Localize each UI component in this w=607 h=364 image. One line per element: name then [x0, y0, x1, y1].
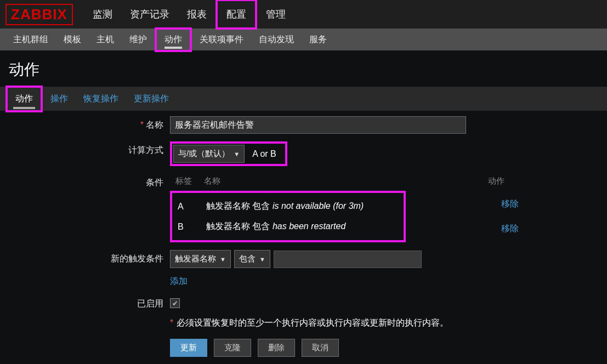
page-title: 动作 — [0, 50, 607, 87]
condition-remove-link[interactable]: 移除 — [501, 223, 519, 235]
cond-header-tag: 标签 — [170, 176, 204, 186]
tab-action[interactable]: 动作 — [5, 86, 43, 112]
condition-row: B 触发器名称 包含 has been restarted — [172, 217, 404, 237]
tab-operations[interactable]: 操作 — [43, 88, 76, 110]
condition-name: 触发器名称 包含 has been restarted — [206, 221, 345, 232]
subnav-correlation[interactable]: 关联项事件 — [192, 30, 251, 50]
button-row: 更新 克隆 删除 取消 — [0, 339, 607, 357]
condition-tag: B — [172, 222, 206, 232]
required-note: *必须设置恢复时的至少一个执行内容或执行内容或更新时的执行内容。 — [0, 317, 607, 329]
calc-select[interactable]: 与/或（默认）▼ — [173, 145, 245, 163]
update-button[interactable]: 更新 — [170, 339, 207, 357]
tabbar: 动作 操作 恢复操作 更新操作 — [0, 87, 607, 111]
chevron-down-icon: ▼ — [220, 256, 226, 263]
add-condition-link[interactable]: 添加 — [170, 276, 422, 287]
newcond-type-select[interactable]: 触发器名称▼ — [170, 250, 231, 268]
topnav-config[interactable]: 配置 — [215, 0, 257, 30]
newcond-op-select[interactable]: 包含▼ — [234, 250, 270, 268]
required-mark: * — [170, 318, 173, 327]
conditions-table: 标签 名称 动作 A 触发器名称 包含 is not available (fo… — [170, 174, 521, 242]
enabled-label: 已启用 — [0, 295, 170, 310]
calc-group: 与/或（默认）▼ A or B — [170, 141, 287, 166]
conditions-body: A 触发器名称 包含 is not available (for 3m) B 触… — [170, 191, 406, 242]
subnav: 主机群组 模板 主机 维护 动作 关联项事件 自动发现 服务 — [0, 29, 607, 50]
cond-header-action: 动作 — [488, 176, 521, 186]
chevron-down-icon: ▼ — [259, 256, 265, 263]
newcond-label: 新的触发条件 — [0, 250, 170, 265]
name-input[interactable] — [170, 116, 466, 134]
cond-header-name: 名称 — [204, 176, 488, 186]
delete-button[interactable]: 删除 — [258, 339, 295, 357]
topnav-inventory[interactable]: 资产记录 — [121, 1, 178, 27]
clone-button[interactable]: 克隆 — [214, 339, 251, 357]
topnav-reports[interactable]: 报表 — [178, 1, 215, 27]
check-icon: ✔ — [172, 299, 178, 308]
logo: ZABBIX — [5, 4, 73, 25]
form-area: *名称 计算方式 与/或（默认）▼ A or B 条件 标签 名称 动作 — [0, 111, 607, 357]
newcond-group: 触发器名称▼ 包含▼ 添加 — [170, 250, 422, 287]
topnav-admin[interactable]: 管理 — [257, 1, 294, 27]
required-mark: * — [140, 120, 144, 129]
cancel-button[interactable]: 取消 — [302, 339, 339, 357]
subnav-maintenance[interactable]: 维护 — [122, 30, 155, 50]
subnav-actions[interactable]: 动作 — [155, 27, 192, 52]
topnav: 监测 资产记录 报表 配置 管理 — [84, 0, 294, 30]
condition-remove-link[interactable]: 移除 — [501, 198, 519, 210]
subnav-templates[interactable]: 模板 — [56, 30, 89, 50]
conditions-label: 条件 — [0, 174, 170, 189]
condition-name: 触发器名称 包含 is not available (for 3m) — [206, 201, 364, 212]
topnav-monitor[interactable]: 监测 — [84, 1, 121, 27]
calc-expression: A or B — [245, 149, 284, 159]
newcond-value-input[interactable] — [274, 251, 422, 268]
topbar: ZABBIX 监测 资产记录 报表 配置 管理 — [0, 0, 607, 29]
subnav-services[interactable]: 服务 — [302, 30, 334, 50]
condition-tag: A — [172, 202, 206, 212]
tab-recovery[interactable]: 恢复操作 — [76, 88, 126, 110]
name-label: *名称 — [0, 116, 170, 131]
subnav-discovery[interactable]: 自动发现 — [251, 30, 302, 50]
subnav-hosts[interactable]: 主机 — [89, 30, 122, 50]
subnav-hostgroups[interactable]: 主机群组 — [5, 30, 56, 50]
enabled-checkbox[interactable]: ✔ — [170, 298, 180, 308]
chevron-down-icon: ▼ — [234, 151, 240, 157]
condition-row: A 触发器名称 包含 is not available (for 3m) — [172, 196, 404, 217]
tab-update[interactable]: 更新操作 — [126, 88, 177, 110]
calc-label: 计算方式 — [0, 141, 170, 156]
